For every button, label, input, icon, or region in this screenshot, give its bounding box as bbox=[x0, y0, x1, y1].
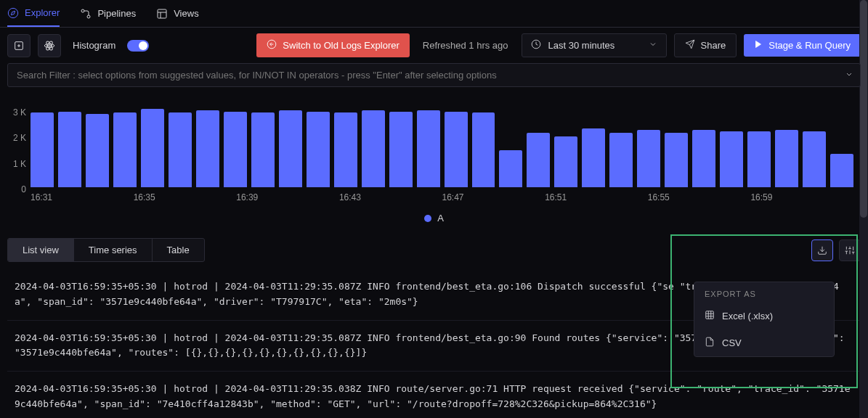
play-icon bbox=[754, 40, 763, 51]
histogram-label: Histogram bbox=[73, 40, 115, 51]
svg-marker-18 bbox=[756, 41, 761, 48]
histogram-toggle[interactable] bbox=[127, 40, 149, 52]
chart-bar[interactable] bbox=[86, 114, 109, 187]
chart-bar[interactable] bbox=[251, 112, 275, 187]
share-button[interactable]: Share bbox=[674, 33, 737, 57]
chart-bar[interactable] bbox=[31, 112, 54, 187]
chart-bar[interactable] bbox=[692, 130, 715, 187]
chart-bar[interactable] bbox=[554, 136, 577, 187]
chart-bar[interactable] bbox=[445, 112, 468, 188]
chart-bar[interactable] bbox=[830, 154, 853, 187]
refreshed-label: Refreshed 1 hrs ago bbox=[423, 40, 508, 51]
chart-bar[interactable] bbox=[527, 133, 550, 187]
svg-point-0 bbox=[8, 8, 17, 17]
chart-bar[interactable] bbox=[169, 112, 192, 187]
switch-old-explorer-button[interactable]: Switch to Old Logs Explorer bbox=[256, 33, 409, 57]
time-range-picker[interactable]: Last 30 minutes bbox=[522, 33, 667, 57]
layout-icon bbox=[156, 8, 168, 20]
legend-dot bbox=[424, 215, 431, 222]
chart-bar[interactable] bbox=[224, 112, 247, 188]
export-csv-label: CSV bbox=[722, 337, 742, 348]
switch-button-label: Switch to Old Logs Explorer bbox=[283, 40, 399, 51]
chart-bar[interactable] bbox=[775, 130, 798, 187]
svg-point-3 bbox=[87, 15, 90, 18]
settings-sliders-button[interactable] bbox=[839, 239, 861, 261]
chart-bar[interactable] bbox=[389, 112, 413, 188]
chart-bar[interactable] bbox=[637, 130, 660, 187]
export-csv-item[interactable]: CSV bbox=[694, 329, 834, 356]
search-row bbox=[0, 63, 868, 93]
pipeline-icon bbox=[80, 8, 92, 20]
compass-icon bbox=[7, 7, 19, 19]
excel-icon bbox=[705, 310, 715, 322]
chart-bar[interactable] bbox=[334, 112, 357, 187]
view-tabs-row: List view Time series Table bbox=[0, 231, 868, 269]
y-axis: 3 K2 K1 K0 bbox=[0, 107, 26, 194]
run-button-label: Stage & Run Query bbox=[768, 40, 851, 51]
search-filter-input[interactable] bbox=[7, 63, 861, 87]
stage-run-query-button[interactable]: Stage & Run Query bbox=[744, 34, 861, 57]
export-menu: EXPORT AS Excel (.xlsx) CSV bbox=[694, 282, 835, 357]
export-excel-item[interactable]: Excel (.xlsx) bbox=[694, 303, 834, 329]
chart-bar[interactable] bbox=[279, 110, 302, 187]
chart-bar[interactable] bbox=[747, 131, 771, 187]
svg-marker-1 bbox=[11, 11, 15, 15]
csv-icon bbox=[705, 337, 715, 349]
view-tabs: List view Time series Table bbox=[7, 238, 205, 262]
atom-button[interactable] bbox=[38, 34, 61, 57]
chart-legend: A bbox=[0, 213, 868, 224]
chart-bar[interactable] bbox=[472, 112, 495, 187]
tab-pipelines[interactable]: Pipelines bbox=[80, 0, 136, 27]
chart-bar[interactable] bbox=[307, 112, 330, 188]
svg-rect-4 bbox=[158, 9, 166, 18]
view-tab-list[interactable]: List view bbox=[8, 239, 74, 261]
chart-bar[interactable] bbox=[362, 110, 385, 187]
main-tabs: Explorer Pipelines Views bbox=[0, 0, 868, 28]
chart-bar[interactable] bbox=[582, 128, 605, 187]
svg-point-10 bbox=[49, 44, 51, 46]
chart-bar[interactable] bbox=[141, 109, 164, 187]
view-tab-timeseries[interactable]: Time series bbox=[74, 239, 153, 261]
chart-bar[interactable] bbox=[196, 110, 219, 187]
tab-views-label: Views bbox=[174, 8, 198, 19]
export-header: EXPORT AS bbox=[694, 282, 834, 303]
log-entry[interactable]: 2024-04-03T16:59:35+05:30 | hotrod | 202… bbox=[7, 372, 861, 418]
tab-pipelines-label: Pipelines bbox=[97, 8, 136, 19]
share-label: Share bbox=[701, 40, 726, 51]
chart-bar[interactable] bbox=[803, 131, 826, 187]
x-axis: 16:3116:3516:3916:4316:4716:5116:5516:59 bbox=[31, 192, 853, 202]
add-panel-button[interactable] bbox=[7, 34, 31, 57]
chart-bar[interactable] bbox=[720, 131, 743, 187]
time-range-label: Last 30 minutes bbox=[548, 40, 615, 51]
toolbar: Histogram Switch to Old Logs Explorer Re… bbox=[0, 28, 868, 63]
tab-views[interactable]: Views bbox=[156, 0, 198, 27]
chart-bar[interactable] bbox=[665, 133, 688, 187]
view-tab-table[interactable]: Table bbox=[153, 239, 204, 261]
legend-label: A bbox=[437, 213, 444, 224]
svg-point-11 bbox=[44, 44, 54, 47]
chevron-down-icon[interactable] bbox=[845, 70, 853, 81]
chart-bar[interactable] bbox=[417, 110, 440, 187]
right-actions bbox=[811, 239, 861, 261]
tab-explorer-label: Explorer bbox=[25, 7, 60, 18]
chart-bar[interactable] bbox=[113, 112, 137, 187]
clock-icon bbox=[531, 39, 541, 52]
chart-bar[interactable] bbox=[609, 133, 633, 187]
tab-explorer[interactable]: Explorer bbox=[7, 0, 60, 27]
histogram-chart: 3 K2 K1 K0 16:3116:3516:3916:4316:4716:5… bbox=[0, 93, 868, 231]
export-button[interactable] bbox=[811, 239, 833, 261]
chevron-down-icon bbox=[649, 40, 657, 51]
svg-rect-29 bbox=[706, 311, 714, 319]
chart-bar[interactable] bbox=[58, 112, 81, 188]
chart-bar[interactable] bbox=[499, 150, 522, 187]
undo-icon bbox=[267, 39, 277, 52]
send-icon bbox=[685, 39, 695, 52]
export-excel-label: Excel (.xlsx) bbox=[722, 311, 773, 321]
svg-point-2 bbox=[81, 9, 84, 12]
chart-bars bbox=[31, 107, 853, 187]
